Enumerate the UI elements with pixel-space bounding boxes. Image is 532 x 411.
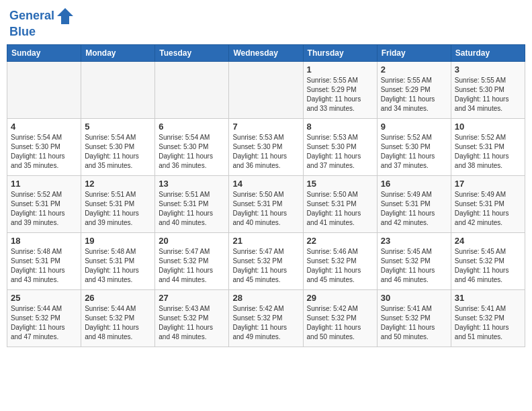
day-info: Sunrise: 5:52 AM Sunset: 5:31 PM Dayligh…: [11, 190, 77, 228]
day-info: Sunrise: 5:54 AM Sunset: 5:30 PM Dayligh…: [159, 133, 225, 171]
day-number: 26: [85, 293, 151, 303]
day-info: Sunrise: 5:47 AM Sunset: 5:32 PM Dayligh…: [232, 247, 299, 285]
calendar-table: SundayMondayTuesdayWednesdayThursdayFrid…: [7, 44, 525, 347]
day-number: 14: [232, 179, 299, 189]
day-number: 23: [381, 236, 447, 246]
day-info: Sunrise: 5:41 AM Sunset: 5:32 PM Dayligh…: [455, 304, 521, 342]
day-number: 19: [85, 236, 151, 246]
day-info: Sunrise: 5:44 AM Sunset: 5:32 PM Dayligh…: [85, 304, 151, 342]
day-number: 10: [455, 122, 521, 132]
weekday-header: Wednesday: [229, 44, 303, 61]
day-info: Sunrise: 5:45 AM Sunset: 5:32 PM Dayligh…: [455, 247, 521, 285]
day-info: Sunrise: 5:48 AM Sunset: 5:31 PM Dayligh…: [85, 247, 151, 285]
day-info: Sunrise: 5:54 AM Sunset: 5:30 PM Dayligh…: [11, 133, 77, 171]
calendar-cell: 27Sunrise: 5:43 AM Sunset: 5:32 PM Dayli…: [155, 289, 229, 347]
calendar-cell: 23Sunrise: 5:45 AM Sunset: 5:32 PM Dayli…: [377, 232, 451, 289]
weekday-header: Monday: [81, 44, 155, 61]
day-number: 28: [232, 293, 299, 303]
day-info: Sunrise: 5:49 AM Sunset: 5:31 PM Dayligh…: [455, 190, 521, 228]
calendar-cell: 20Sunrise: 5:47 AM Sunset: 5:32 PM Dayli…: [155, 232, 229, 289]
day-info: Sunrise: 5:41 AM Sunset: 5:32 PM Dayligh…: [381, 304, 447, 342]
day-number: 18: [11, 236, 77, 246]
day-info: Sunrise: 5:54 AM Sunset: 5:30 PM Dayligh…: [85, 133, 151, 171]
logo-icon: [56, 7, 75, 26]
calendar-week-row: 25Sunrise: 5:44 AM Sunset: 5:32 PM Dayli…: [7, 289, 525, 347]
calendar-cell: 26Sunrise: 5:44 AM Sunset: 5:32 PM Dayli…: [81, 289, 155, 347]
calendar-cell: 31Sunrise: 5:41 AM Sunset: 5:32 PM Dayli…: [451, 289, 525, 347]
day-info: Sunrise: 5:42 AM Sunset: 5:32 PM Dayligh…: [232, 304, 299, 342]
calendar-cell: [229, 61, 303, 118]
day-info: Sunrise: 5:52 AM Sunset: 5:31 PM Dayligh…: [455, 133, 521, 171]
day-info: Sunrise: 5:52 AM Sunset: 5:30 PM Dayligh…: [381, 133, 447, 171]
day-number: 11: [11, 179, 77, 189]
day-number: 5: [85, 122, 151, 132]
calendar-cell: [81, 61, 155, 118]
day-number: 16: [381, 179, 447, 189]
day-number: 17: [455, 179, 521, 189]
calendar-cell: [7, 61, 81, 118]
day-number: 22: [307, 236, 373, 246]
calendar-cell: 22Sunrise: 5:46 AM Sunset: 5:32 PM Dayli…: [303, 232, 377, 289]
weekday-header-row: SundayMondayTuesdayWednesdayThursdayFrid…: [7, 44, 525, 61]
calendar-cell: 5Sunrise: 5:54 AM Sunset: 5:30 PM Daylig…: [81, 118, 155, 175]
day-info: Sunrise: 5:55 AM Sunset: 5:29 PM Dayligh…: [381, 76, 447, 113]
day-number: 3: [455, 64, 521, 75]
day-info: Sunrise: 5:47 AM Sunset: 5:32 PM Dayligh…: [159, 247, 225, 285]
weekday-header: Saturday: [451, 44, 525, 61]
calendar-cell: 1Sunrise: 5:55 AM Sunset: 5:29 PM Daylig…: [303, 61, 377, 118]
day-info: Sunrise: 5:46 AM Sunset: 5:32 PM Dayligh…: [307, 247, 373, 285]
calendar-cell: 18Sunrise: 5:48 AM Sunset: 5:31 PM Dayli…: [7, 232, 81, 289]
calendar-cell: 7Sunrise: 5:53 AM Sunset: 5:30 PM Daylig…: [229, 118, 303, 175]
day-number: 6: [159, 122, 225, 132]
calendar-cell: 12Sunrise: 5:51 AM Sunset: 5:31 PM Dayli…: [81, 175, 155, 232]
calendar-cell: 19Sunrise: 5:48 AM Sunset: 5:31 PM Dayli…: [81, 232, 155, 289]
calendar-cell: 11Sunrise: 5:52 AM Sunset: 5:31 PM Dayli…: [7, 175, 81, 232]
day-number: 4: [11, 122, 77, 132]
day-info: Sunrise: 5:43 AM Sunset: 5:32 PM Dayligh…: [159, 304, 225, 342]
day-info: Sunrise: 5:55 AM Sunset: 5:30 PM Dayligh…: [455, 76, 521, 113]
day-info: Sunrise: 5:53 AM Sunset: 5:30 PM Dayligh…: [232, 133, 299, 171]
weekday-header: Thursday: [303, 44, 377, 61]
calendar-cell: 24Sunrise: 5:45 AM Sunset: 5:32 PM Dayli…: [451, 232, 525, 289]
calendar-cell: 15Sunrise: 5:50 AM Sunset: 5:31 PM Dayli…: [303, 175, 377, 232]
day-number: 24: [455, 236, 521, 246]
day-number: 12: [85, 179, 151, 189]
logo-text: General: [9, 7, 75, 26]
weekday-header: Tuesday: [155, 44, 229, 61]
day-info: Sunrise: 5:53 AM Sunset: 5:30 PM Dayligh…: [307, 133, 373, 171]
day-info: Sunrise: 5:49 AM Sunset: 5:31 PM Dayligh…: [381, 190, 447, 228]
day-number: 31: [455, 293, 521, 303]
calendar-week-row: 11Sunrise: 5:52 AM Sunset: 5:31 PM Dayli…: [7, 175, 525, 232]
day-number: 2: [381, 64, 447, 75]
calendar-cell: 9Sunrise: 5:52 AM Sunset: 5:30 PM Daylig…: [377, 118, 451, 175]
day-info: Sunrise: 5:51 AM Sunset: 5:31 PM Dayligh…: [159, 190, 225, 228]
calendar-cell: 14Sunrise: 5:50 AM Sunset: 5:31 PM Dayli…: [229, 175, 303, 232]
weekday-header: Sunday: [7, 44, 81, 61]
calendar-cell: 2Sunrise: 5:55 AM Sunset: 5:29 PM Daylig…: [377, 61, 451, 118]
calendar-week-row: 18Sunrise: 5:48 AM Sunset: 5:31 PM Dayli…: [7, 232, 525, 289]
day-number: 8: [307, 122, 373, 132]
day-number: 30: [381, 293, 447, 303]
calendar-cell: 28Sunrise: 5:42 AM Sunset: 5:32 PM Dayli…: [229, 289, 303, 347]
day-info: Sunrise: 5:45 AM Sunset: 5:32 PM Dayligh…: [381, 247, 447, 285]
day-info: Sunrise: 5:50 AM Sunset: 5:31 PM Dayligh…: [307, 190, 373, 228]
day-number: 27: [159, 293, 225, 303]
day-number: 29: [307, 293, 373, 303]
calendar-cell: 17Sunrise: 5:49 AM Sunset: 5:31 PM Dayli…: [451, 175, 525, 232]
logo-text2: Blue: [9, 26, 75, 39]
day-number: 1: [307, 64, 373, 75]
calendar-cell: 29Sunrise: 5:42 AM Sunset: 5:32 PM Dayli…: [303, 289, 377, 347]
svg-marker-0: [57, 8, 73, 24]
day-info: Sunrise: 5:42 AM Sunset: 5:32 PM Dayligh…: [307, 304, 373, 342]
calendar-week-row: 4Sunrise: 5:54 AM Sunset: 5:30 PM Daylig…: [7, 118, 525, 175]
calendar-cell: 30Sunrise: 5:41 AM Sunset: 5:32 PM Dayli…: [377, 289, 451, 347]
day-info: Sunrise: 5:48 AM Sunset: 5:31 PM Dayligh…: [11, 247, 77, 285]
day-info: Sunrise: 5:50 AM Sunset: 5:31 PM Dayligh…: [232, 190, 299, 228]
day-number: 9: [381, 122, 447, 132]
calendar-cell: [155, 61, 229, 118]
calendar-cell: 25Sunrise: 5:44 AM Sunset: 5:32 PM Dayli…: [7, 289, 81, 347]
day-info: Sunrise: 5:44 AM Sunset: 5:32 PM Dayligh…: [11, 304, 77, 342]
day-number: 25: [11, 293, 77, 303]
day-number: 15: [307, 179, 373, 189]
calendar-cell: 8Sunrise: 5:53 AM Sunset: 5:30 PM Daylig…: [303, 118, 377, 175]
